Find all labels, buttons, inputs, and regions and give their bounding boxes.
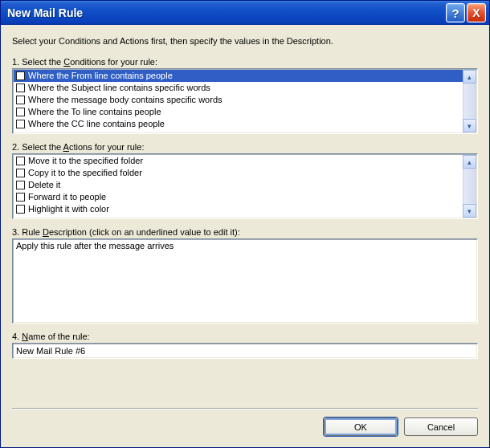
conditions-list-inner: Where the From line contains people Wher… bbox=[14, 70, 463, 132]
checkbox-icon[interactable] bbox=[16, 120, 25, 128]
close-icon-glyph: X bbox=[472, 6, 480, 19]
close-icon[interactable]: X bbox=[467, 3, 486, 22]
action-label: Delete it bbox=[28, 179, 60, 191]
scroll-track[interactable] bbox=[463, 169, 476, 204]
rule-name-input[interactable] bbox=[12, 343, 478, 359]
scroll-track[interactable] bbox=[463, 83, 476, 119]
checkbox-icon[interactable] bbox=[16, 181, 25, 189]
condition-label: Where the From line contains people bbox=[28, 70, 173, 82]
checkbox-icon[interactable] bbox=[16, 108, 25, 116]
rule-name-label: 4. Name of the rule: bbox=[12, 332, 478, 341]
actions-scrollbar[interactable]: ▴ ▾ bbox=[463, 155, 476, 218]
action-label: Highlight it with color bbox=[28, 203, 109, 215]
action-item[interactable]: Forward it to people bbox=[14, 191, 463, 203]
checkbox-icon[interactable] bbox=[16, 193, 25, 202]
conditions-list[interactable]: Where the From line contains people Wher… bbox=[12, 68, 478, 134]
scroll-down-icon[interactable]: ▾ bbox=[463, 119, 476, 132]
new-mail-rule-dialog: New Mail Rule ? X Select your Conditions… bbox=[0, 0, 490, 448]
condition-label: Where the Subject line contains specific… bbox=[28, 82, 210, 94]
scroll-up-icon[interactable]: ▴ bbox=[463, 70, 476, 83]
action-label: Forward it to people bbox=[28, 191, 106, 203]
checkbox-icon[interactable] bbox=[16, 157, 25, 165]
checkbox-icon[interactable] bbox=[16, 205, 25, 214]
help-icon-glyph: ? bbox=[451, 6, 459, 20]
conditions-label: 1. Select the Conditions for your rule: bbox=[12, 57, 478, 67]
condition-label: Where the message body contains specific… bbox=[28, 94, 223, 106]
cancel-button[interactable]: Cancel bbox=[404, 417, 478, 436]
condition-item[interactable]: Where the CC line contains people bbox=[14, 118, 463, 130]
scroll-up-icon[interactable]: ▴ bbox=[463, 155, 476, 169]
checkbox-icon[interactable] bbox=[16, 169, 25, 177]
checkbox-icon[interactable] bbox=[16, 83, 25, 92]
dialog-body: Select your Conditions and Actions first… bbox=[1, 25, 489, 447]
checkbox-icon[interactable] bbox=[16, 71, 25, 80]
rule-description-box[interactable]: Apply this rule after the message arrive… bbox=[12, 238, 478, 324]
actions-list[interactable]: Move it to the specified folder Copy it … bbox=[12, 153, 478, 219]
action-item[interactable]: Copy it to the specified folder bbox=[14, 167, 463, 179]
condition-item[interactable]: Where the To line contains people bbox=[14, 106, 463, 118]
checkbox-icon[interactable] bbox=[16, 96, 25, 104]
separator bbox=[12, 408, 478, 409]
action-item[interactable]: Delete it bbox=[14, 179, 463, 191]
description-label: 3. Rule Description (click on an underli… bbox=[12, 227, 478, 237]
scroll-down-icon[interactable]: ▾ bbox=[463, 204, 476, 218]
condition-item[interactable]: Where the message body contains specific… bbox=[14, 94, 463, 106]
button-row: OK Cancel bbox=[12, 417, 478, 436]
action-label: Move it to the specified folder bbox=[28, 155, 143, 167]
condition-item[interactable]: Where the From line contains people bbox=[14, 70, 463, 82]
action-item[interactable]: Highlight it with color bbox=[14, 203, 463, 215]
actions-label: 2. Select the Actions for your rule: bbox=[12, 142, 478, 152]
condition-label: Where the CC line contains people bbox=[28, 118, 165, 130]
titlebar: New Mail Rule ? X bbox=[1, 1, 489, 25]
rule-description-text: Apply this rule after the message arrive… bbox=[16, 241, 174, 250]
help-icon[interactable]: ? bbox=[446, 3, 465, 22]
conditions-scrollbar[interactable]: ▴ ▾ bbox=[463, 70, 476, 132]
condition-item[interactable]: Where the Subject line contains specific… bbox=[14, 82, 463, 94]
condition-label: Where the To line contains people bbox=[28, 106, 161, 118]
intro-text: Select your Conditions and Actions first… bbox=[12, 36, 478, 46]
action-item[interactable]: Move it to the specified folder bbox=[14, 155, 463, 167]
ok-button[interactable]: OK bbox=[324, 417, 398, 436]
window-title: New Mail Rule bbox=[7, 6, 444, 19]
actions-list-inner: Move it to the specified folder Copy it … bbox=[14, 155, 463, 218]
action-label: Copy it to the specified folder bbox=[28, 167, 142, 179]
